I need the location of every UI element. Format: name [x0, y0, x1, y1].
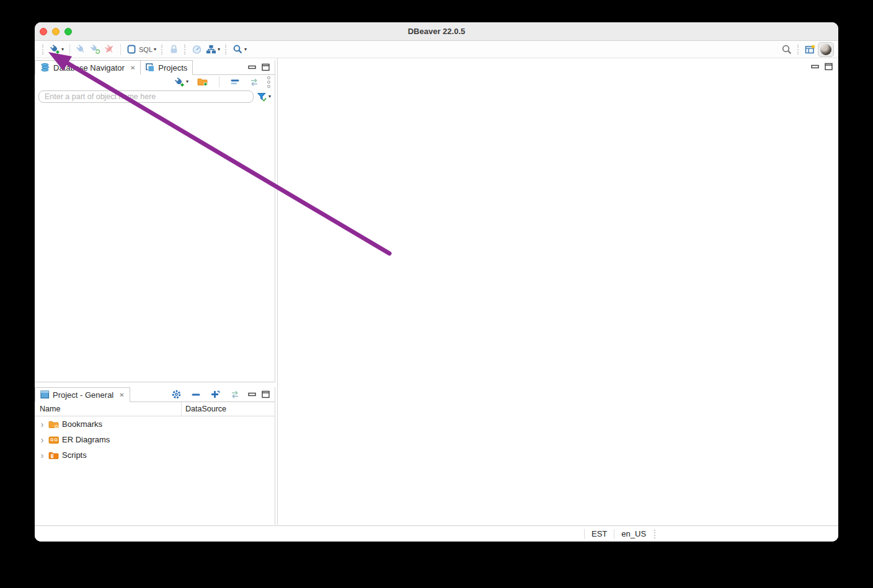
sql-script-icon [126, 44, 136, 55]
navigator-tab-row: Database Navigator ✕ Projects [35, 60, 275, 75]
main-toolbar: ▾ [35, 41, 838, 58]
database-navigator-panel: Database Navigator ✕ Projects [35, 60, 275, 382]
close-tab-icon[interactable]: ✕ [119, 392, 124, 398]
timezone-indicator[interactable]: EST [585, 529, 614, 538]
tab-project-general[interactable]: Project - General ✕ [35, 387, 130, 402]
network-button[interactable]: ▾ [204, 43, 222, 56]
status-drag-handle [654, 530, 657, 538]
view-menu-button[interactable] [267, 76, 271, 89]
scripts-folder-icon [48, 450, 60, 460]
quick-search-button[interactable] [779, 43, 794, 56]
folder-plus-icon [197, 77, 208, 87]
link-with-editor-button[interactable] [247, 76, 262, 88]
project-link-editor-button[interactable] [228, 388, 242, 400]
plug-plus-icon [174, 77, 185, 87]
user-avatar-icon [820, 44, 831, 55]
open-perspective-button[interactable] [803, 43, 818, 56]
toolbar-separator [797, 45, 800, 55]
lock-button[interactable] [167, 43, 181, 56]
navigator-tree-area[interactable] [35, 105, 275, 382]
gear-icon [171, 389, 182, 400]
project-settings-button[interactable] [169, 388, 184, 401]
new-connection-button[interactable]: ▾ [48, 43, 66, 56]
collapse-minus-icon [191, 390, 201, 400]
expand-plus-icon [210, 390, 220, 400]
tab-label: Project - General [53, 390, 113, 400]
sql-label: SQL [139, 46, 153, 53]
chevron-right-icon[interactable]: › [38, 451, 46, 460]
maximize-panel-icon[interactable] [262, 63, 270, 71]
tab-projects[interactable]: Projects [141, 60, 193, 75]
topology-icon [206, 44, 216, 55]
tree-item-label: ER Diagrams [62, 435, 110, 444]
column-header-datasource[interactable]: DataSource [182, 402, 275, 416]
tab-label: Projects [158, 63, 187, 72]
filter-button[interactable]: ▾ [257, 92, 271, 102]
plug-icon [76, 44, 86, 55]
minimize-editor-icon[interactable] [811, 63, 819, 71]
chevron-right-icon[interactable]: › [38, 436, 46, 444]
plug-refresh-icon [90, 44, 100, 55]
toolbar-drag-handle [42, 45, 45, 55]
caret-down-icon: ▾ [186, 79, 188, 84]
project-collapse-all-button[interactable] [189, 388, 203, 401]
er-diagram-icon [48, 435, 60, 445]
tree-item-label: Bookmarks [62, 419, 102, 429]
tree-row-er-diagrams[interactable]: › ER Diagrams [35, 432, 275, 447]
reconnect-button[interactable] [88, 43, 102, 56]
maximize-editor-icon[interactable] [825, 63, 833, 71]
database-stack-icon [40, 63, 50, 72]
titlebar: DBeaver 22.0.5 [35, 22, 838, 41]
link-arrows-icon [229, 390, 241, 399]
search-icon [233, 44, 243, 55]
status-bar: EST en_US [35, 525, 838, 542]
disconnect-button[interactable] [102, 43, 117, 56]
minimize-panel-icon[interactable] [248, 390, 256, 398]
project-tab-row: Project - General ✕ [35, 387, 275, 402]
project-tree: › Bookmarks › [35, 416, 275, 525]
connect-button[interactable] [74, 43, 88, 56]
toolbar-divider [120, 44, 121, 55]
tab-database-navigator[interactable]: Database Navigator ✕ [35, 60, 141, 75]
new-folder-button[interactable] [195, 76, 210, 88]
toolbar-separator [225, 45, 228, 55]
gauge-icon [192, 44, 202, 55]
caret-down-icon: ▾ [268, 94, 271, 99]
bookmarks-folder-icon [48, 419, 60, 429]
link-arrows-icon [249, 77, 260, 87]
filter-funnel-icon [257, 92, 267, 102]
sql-editor-button[interactable]: SQL ▾ [125, 43, 158, 56]
column-header-name[interactable]: Name [35, 402, 182, 416]
dashboard-button[interactable] [190, 43, 204, 56]
tree-row-bookmarks[interactable]: › Bookmarks [35, 416, 275, 432]
perspective-icon [805, 44, 816, 55]
project-view-icon [40, 390, 50, 399]
navigator-toolbar: ▾ [35, 75, 275, 89]
maximize-panel-icon[interactable] [262, 390, 270, 398]
caret-down-icon: ▾ [154, 47, 156, 52]
dbeaver-window: DBeaver 22.0.5 ▾ [35, 22, 838, 542]
tree-item-label: Scripts [62, 450, 87, 460]
toolbar-separator [184, 45, 187, 55]
chevron-right-icon[interactable]: › [38, 420, 46, 429]
tree-row-scripts[interactable]: › Scripts [35, 447, 275, 463]
db-search-button[interactable]: ▾ [231, 43, 249, 56]
project-table-header: Name DataSource [35, 402, 275, 416]
workspace: Database Navigator ✕ Projects [35, 58, 838, 525]
locale-indicator[interactable]: en_US [614, 529, 653, 538]
object-search-input[interactable] [38, 90, 254, 103]
left-panel-column: Database Navigator ✕ Projects [35, 60, 275, 525]
window-title: DBeaver 22.0.5 [35, 22, 838, 41]
caret-down-icon: ▾ [218, 47, 220, 52]
collapse-all-button[interactable] [228, 76, 242, 88]
project-expand-all-button[interactable] [208, 388, 222, 401]
minimize-panel-icon[interactable] [248, 63, 256, 71]
project-general-panel: Project - General ✕ [35, 387, 275, 525]
lock-icon [169, 44, 179, 55]
close-tab-icon[interactable]: ✕ [130, 64, 135, 71]
collapse-all-icon [230, 77, 240, 87]
user-account-button[interactable] [818, 42, 834, 57]
plug-slash-icon [104, 44, 115, 55]
nav-new-connection-button[interactable]: ▾ [172, 76, 190, 89]
editor-area[interactable] [277, 58, 838, 525]
